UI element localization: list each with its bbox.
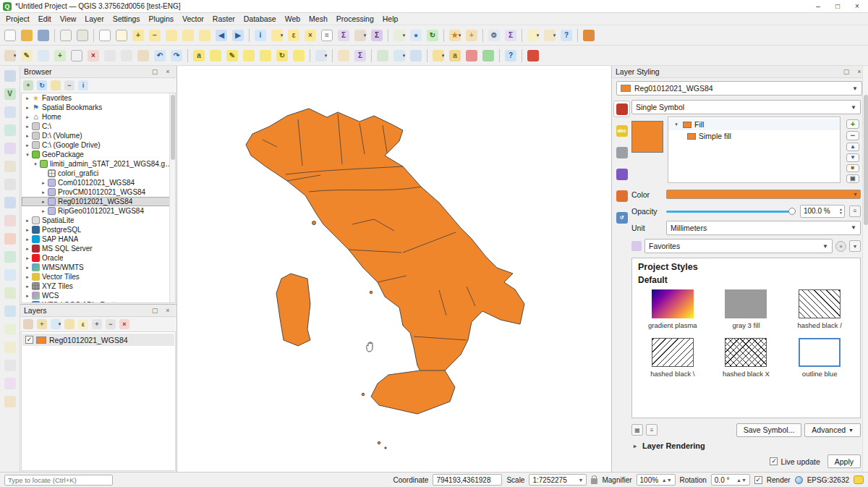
- live-update-checkbox[interactable]: ✓: [770, 457, 778, 465]
- add-vector-tile-layer-icon[interactable]: [1, 339, 19, 356]
- symbol-tree-simple-fill-row[interactable]: Simple fill: [668, 130, 840, 142]
- open-project-icon[interactable]: [19, 27, 35, 43]
- styling-tab-diagrams[interactable]: [613, 187, 630, 204]
- field-calculator-icon[interactable]: Σ: [336, 27, 352, 43]
- identify-features-icon[interactable]: i: [252, 27, 268, 43]
- style-options-icon[interactable]: ▾: [849, 240, 861, 252]
- pan-map-icon[interactable]: [97, 27, 113, 43]
- menu-settings[interactable]: Settings: [109, 14, 145, 24]
- browser-item-home[interactable]: ▸Home: [22, 112, 175, 122]
- layer-visibility-checkbox[interactable]: ✓: [25, 336, 33, 344]
- live-update-option[interactable]: ✓ Live update: [770, 457, 820, 466]
- zoom-in-icon[interactable]: +: [130, 27, 146, 43]
- highlight-pinned-labels-icon[interactable]: ✎: [224, 48, 240, 64]
- expander-icon[interactable]: ▸: [40, 178, 47, 187]
- opacity-spinbox[interactable]: 100.0 % ▲▼: [800, 205, 845, 218]
- expander-icon[interactable]: ▸: [40, 187, 47, 197]
- styling-tab-mask[interactable]: [613, 144, 630, 161]
- filter-browser-icon[interactable]: [49, 79, 62, 92]
- style-gray3[interactable]: gray 3 fill: [712, 289, 781, 329]
- filter-legend-by-expression-icon[interactable]: ε: [77, 318, 90, 331]
- plugin-tool-2-icon[interactable]: [525, 48, 541, 64]
- filter-legend-icon[interactable]: [63, 318, 76, 331]
- select-features-icon[interactable]: ▾: [269, 27, 285, 43]
- add-polygon-feature-icon[interactable]: +: [52, 48, 68, 64]
- add-point-cloud-layer-icon[interactable]: [1, 140, 19, 157]
- expander-icon[interactable]: ▸: [24, 272, 31, 281]
- redo-icon[interactable]: ↷: [169, 48, 184, 64]
- close-panel-icon[interactable]: ×: [163, 306, 173, 315]
- layer-labeling-options-icon[interactable]: a: [191, 48, 207, 64]
- vertex-tool-icon[interactable]: [69, 48, 85, 64]
- add-xyz-layer-icon[interactable]: [1, 357, 19, 374]
- help-icon[interactable]: ?: [503, 48, 519, 64]
- crs-globe-icon[interactable]: [795, 476, 803, 484]
- opacity-slider[interactable]: [666, 206, 796, 216]
- undock-icon[interactable]: ▢: [150, 67, 160, 76]
- new-project-icon[interactable]: [2, 27, 18, 43]
- open-attribute-table-icon[interactable]: ≡: [319, 27, 335, 43]
- save-project-icon[interactable]: [35, 27, 51, 43]
- browser-item-sap-hana[interactable]: ▸SAP HANA: [22, 234, 175, 244]
- add-wcs-layer-icon[interactable]: [1, 284, 19, 302]
- expander-icon[interactable]: ▸: [24, 112, 31, 122]
- add-selected-layers-icon[interactable]: +: [22, 79, 35, 92]
- advanced-button[interactable]: Advanced▼: [804, 423, 861, 437]
- browser-item-ripgeo01012021-wgs84[interactable]: ▸RipGeo01012021_WGS84: [22, 206, 175, 216]
- zoom-to-layer-icon[interactable]: [197, 27, 213, 43]
- quickmapservices-icon[interactable]: ▾: [391, 48, 407, 64]
- expander-icon[interactable]: ▸: [24, 300, 31, 303]
- expander-icon[interactable]: ▸: [24, 263, 31, 272]
- expander-icon[interactable]: ▸: [24, 93, 31, 103]
- show-spatial-bookmarks-icon[interactable]: ★▾: [447, 27, 463, 43]
- epsg-value[interactable]: EPSG:32632: [807, 476, 849, 484]
- current-edits-icon[interactable]: ▾: [2, 48, 18, 64]
- new-annotation-icon[interactable]: ▾: [430, 48, 446, 64]
- add-mesh-layer-icon[interactable]: [1, 122, 19, 139]
- undock-icon[interactable]: ▢: [150, 306, 160, 315]
- browser-scrollbar[interactable]: [169, 93, 175, 302]
- icon-view-icon[interactable]: ▦: [631, 424, 643, 436]
- expander-icon[interactable]: ▸: [24, 281, 31, 291]
- add-raster-layer-icon[interactable]: [1, 103, 19, 121]
- add-mssql-layer-icon[interactable]: [1, 212, 19, 229]
- expander-icon[interactable]: ▸: [24, 140, 31, 150]
- browser-item-wfs-ogc-api-features[interactable]: ▸WFS / OGC API - Features: [22, 300, 175, 303]
- statistical-summary-icon[interactable]: Σ: [369, 27, 385, 43]
- refresh-map-icon[interactable]: ↻: [425, 27, 441, 43]
- clear-search-icon[interactable]: ×: [835, 241, 846, 252]
- duplicate-symbol-layer-button[interactable]: ▣: [846, 174, 859, 183]
- select-by-location-icon[interactable]: [336, 48, 352, 64]
- messages-icon[interactable]: [854, 475, 864, 484]
- close-panel-icon[interactable]: ×: [163, 67, 173, 76]
- layer-diagram-options-icon[interactable]: [208, 48, 224, 64]
- expander-icon[interactable]: ▸: [24, 234, 31, 244]
- rotate-label-icon[interactable]: ↻: [274, 48, 290, 64]
- open-layer-styling-panel-icon[interactable]: [22, 318, 35, 331]
- lock-color-button[interactable]: ■: [846, 164, 859, 173]
- zoom-out-icon[interactable]: −: [147, 27, 163, 43]
- delete-selected-icon[interactable]: ×: [85, 48, 101, 64]
- measure-line-icon[interactable]: ▾: [352, 27, 368, 43]
- browser-item-oracle[interactable]: ▸Oracle: [22, 253, 175, 263]
- render-checkbox[interactable]: ✓: [754, 476, 762, 484]
- expander-icon[interactable]: ▾: [32, 159, 39, 169]
- new-map-view-icon[interactable]: ▾: [391, 27, 407, 43]
- expander-icon[interactable]: ▸: [40, 197, 47, 206]
- apply-button[interactable]: Apply: [827, 454, 861, 468]
- browser-item-favorites[interactable]: ▸Favorites: [22, 93, 175, 103]
- color-picker-button[interactable]: ▼: [666, 190, 861, 199]
- browser-item-c-google-drive[interactable]: ▸C:\ (Google Drive): [22, 140, 175, 150]
- add-oracle-layer-icon[interactable]: [1, 230, 19, 247]
- save-layer-edits-icon[interactable]: [35, 48, 51, 64]
- menu-project[interactable]: Project: [1, 14, 34, 24]
- expander-icon[interactable]: ▸: [24, 225, 31, 234]
- browser-item-d-volume[interactable]: ▸D:\ (Volume): [22, 131, 175, 140]
- undock-icon[interactable]: ▢: [841, 67, 851, 76]
- menu-mesh[interactable]: Mesh: [305, 14, 332, 24]
- map-canvas[interactable]: [177, 66, 611, 472]
- rotation-spinbox[interactable]: 0.0 °▲▼: [711, 474, 750, 486]
- pan-to-selection-icon[interactable]: [114, 27, 129, 43]
- add-vector-layer-icon[interactable]: V: [1, 85, 19, 103]
- copy-features-icon[interactable]: [119, 48, 135, 64]
